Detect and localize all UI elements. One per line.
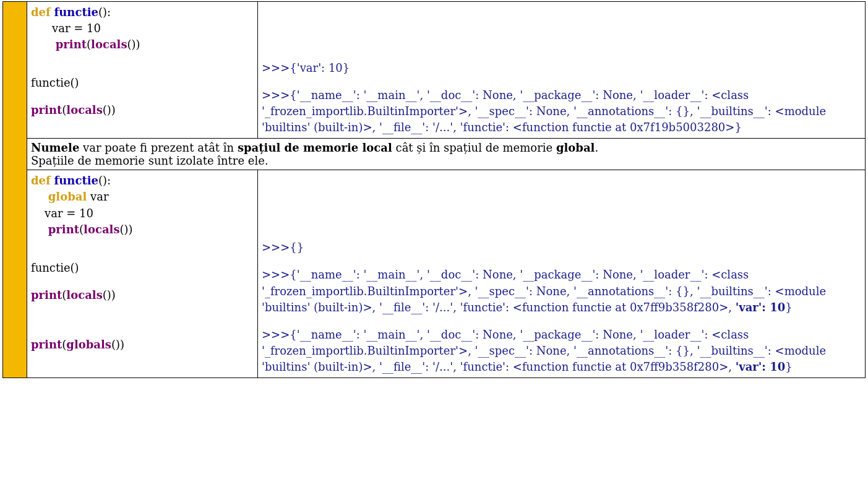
- example-row-2: def functie(): global var var = 10 print…: [3, 170, 866, 378]
- code-line: functie(): [31, 75, 254, 91]
- function-name: functie: [54, 6, 98, 19]
- note-line-1: Numele var poate fi prezent atât în spaț…: [31, 141, 861, 154]
- code-text: ():: [98, 174, 111, 187]
- output-line: >>>{'var': 10}: [262, 60, 861, 76]
- keyword-def: def: [31, 174, 51, 187]
- output-text: 'builtins' (built-in)>, '__file__': '/..…: [262, 301, 736, 314]
- builtin-locals: locals: [84, 223, 119, 236]
- code-text: var = 10: [52, 22, 101, 35]
- output-text: }: [785, 360, 792, 373]
- code-text: ()): [103, 288, 116, 301]
- output-line: 'builtins' (built-in)>, '__file__': '/..…: [262, 359, 861, 375]
- builtin-print: print: [31, 338, 62, 351]
- output-text: 'builtins' (built-in)>, '__file__': '/..…: [262, 360, 736, 373]
- code-text: ()): [111, 338, 124, 351]
- keyword-def: def: [31, 6, 51, 19]
- output-line: 'builtins' (built-in)>, '__file__': '/..…: [262, 300, 861, 316]
- keyword-global: global: [48, 190, 87, 203]
- builtin-print: print: [31, 288, 62, 301]
- output-line: '_frozen_importlib.BuiltinImporter'>, '_…: [262, 343, 861, 359]
- code-line: def functie():: [31, 173, 254, 189]
- code-text: ()): [120, 223, 133, 236]
- output-line: >>>{'__name__': '__main__', '__doc__': N…: [262, 87, 861, 103]
- builtin-locals: locals: [66, 288, 102, 301]
- output-text: }: [785, 301, 792, 314]
- output-line: 'builtins' (built-in)>, '__file__': '/..…: [262, 119, 861, 136]
- output-line: >>>{'__name__': '__main__', '__doc__': N…: [262, 267, 861, 283]
- code-line: def functie():: [31, 4, 254, 20]
- builtin-globals: globals: [66, 338, 111, 351]
- builtin-print: print: [56, 38, 87, 51]
- code-text: var: [87, 190, 108, 203]
- code-text: ()): [127, 38, 140, 51]
- output-bold: 'var': 10: [736, 301, 786, 314]
- note-bold: Numele: [31, 141, 79, 154]
- output-cell-2: >>>{} >>>{'__name__': '__main__', '__doc…: [258, 170, 866, 378]
- code-text: functie(): [31, 76, 79, 89]
- code-cell-2: def functie(): global var var = 10 print…: [27, 170, 258, 378]
- code-line: print(globals()): [31, 337, 254, 353]
- code-line: print(locals()): [31, 37, 254, 53]
- builtin-locals: locals: [66, 103, 102, 116]
- note-bold: spațiul de memorie local: [238, 141, 392, 154]
- note-cell: Numele var poate fi prezent atât în spaț…: [27, 139, 866, 170]
- highlight-stripe: [3, 2, 27, 378]
- code-text: ()): [103, 103, 116, 116]
- note-bold: global: [556, 141, 595, 154]
- code-text: ():: [98, 6, 111, 19]
- note-line-2: Spațiile de memorie sunt izolate între e…: [31, 154, 861, 167]
- builtin-print: print: [48, 223, 79, 236]
- code-line: functie(): [31, 260, 254, 276]
- code-line: var = 10: [31, 205, 254, 222]
- output-cell-1: >>>{'var': 10} >>>{'__name__': '__main__…: [258, 2, 866, 139]
- code-text: functie(): [31, 261, 79, 274]
- output-line: >>>{}: [262, 239, 861, 256]
- builtin-locals: locals: [91, 38, 127, 51]
- output-line: '_frozen_importlib.BuiltinImporter'>, '_…: [262, 103, 861, 119]
- note-text: var poate fi prezent atât în: [79, 141, 238, 154]
- code-line: print(locals()): [31, 222, 254, 238]
- note-text: .: [595, 141, 598, 154]
- code-text: var = 10: [45, 207, 93, 220]
- note-row: Numele var poate fi prezent atât în spaț…: [3, 139, 866, 170]
- function-name: functie: [54, 174, 98, 187]
- code-line: var = 10: [31, 20, 254, 37]
- example-row-1: def functie(): var = 10 print(locals()) …: [3, 2, 866, 139]
- code-line: print(locals()): [31, 287, 254, 303]
- output-line: '_frozen_importlib.BuiltinImporter'>, '_…: [262, 283, 861, 300]
- code-line: print(locals()): [31, 102, 254, 118]
- code-cell-1: def functie(): var = 10 print(locals()) …: [27, 2, 258, 139]
- note-text: cât și în spațiul de memorie: [392, 141, 556, 154]
- code-examples-table: def functie(): var = 10 print(locals()) …: [2, 1, 866, 378]
- output-line: >>>{'__name__': '__main__', '__doc__': N…: [262, 327, 861, 343]
- builtin-print: print: [31, 103, 62, 116]
- output-bold: 'var': 10: [736, 360, 786, 373]
- code-line: global var: [31, 189, 254, 205]
